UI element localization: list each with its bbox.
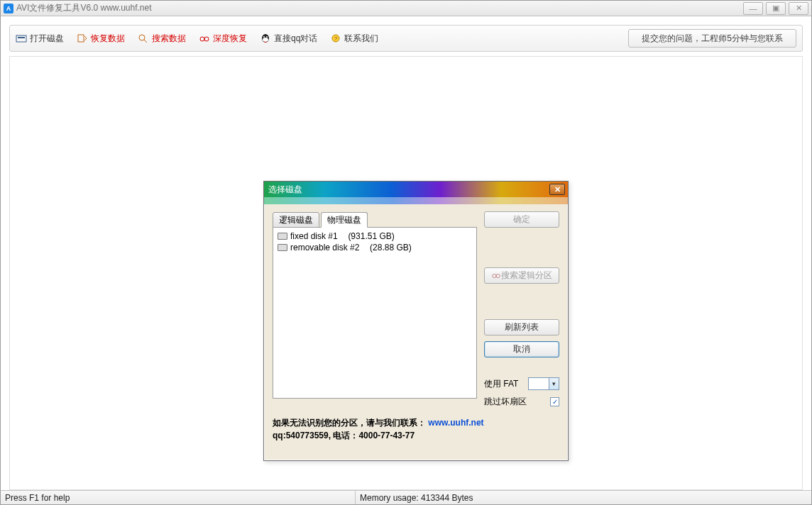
dialog-footer-text: 如果无法识别您的分区，请与我们联系： www.uuhf.net qq:54077… (273, 416, 559, 442)
submit-question-label: 提交您的问题，工程师5分钟与您联系 (642, 33, 783, 45)
dialog-decoration (264, 197, 568, 204)
status-bar: Press F1 for help Memory usage: 413344 B… (1, 490, 811, 504)
chevron-down-icon: ▾ (549, 378, 559, 389)
disk-size: (931.51 GB) (348, 231, 394, 241)
dialog-title: 选择磁盘 (268, 184, 302, 196)
hdd-icon (278, 233, 287, 240)
svg-point-9 (266, 36, 268, 38)
disk-size: (28.88 GB) (370, 243, 412, 252)
svg-point-7 (263, 38, 268, 42)
search-partition-label: 搜索逻辑分区 (501, 270, 552, 282)
disk-name: fixed disk #1 (290, 231, 338, 241)
use-fat-label: 使用 FAT (484, 378, 518, 390)
client-area: 选择磁盘 ✕ 逻辑磁盘 物理磁盘 (9, 56, 803, 490)
disk-list-item[interactable]: removable disk #2 (28.88 GB) (278, 242, 472, 253)
search-data-label: 搜索数据 (152, 33, 186, 45)
use-fat-select[interactable]: ▾ (528, 377, 559, 390)
qq-chat-button[interactable]: 直接qq对话 (260, 33, 317, 45)
search-partition-button[interactable]: 搜索逻辑分区 (484, 267, 559, 284)
footer-line1-a: 如果无法识别您的分区，请与我们联系： (273, 418, 426, 428)
svg-point-12 (493, 274, 496, 277)
svg-point-8 (263, 36, 265, 38)
svg-rect-2 (78, 35, 84, 42)
contact-us-label: 联系我们 (344, 33, 378, 45)
qq-icon (260, 33, 271, 43)
help-icon: ? (330, 33, 341, 43)
svg-rect-0 (16, 35, 26, 42)
refresh-button[interactable]: 刷新列表 (484, 319, 559, 335)
minimize-button[interactable]: — (743, 2, 763, 15)
recover-data-button[interactable]: 恢复数据 (77, 33, 125, 45)
refresh-label: 刷新列表 (505, 321, 539, 333)
footer-line2: qq:540773559, 电话：4000-77-43-77 (273, 431, 415, 440)
open-disk-label: 打开磁盘 (30, 33, 64, 45)
dialog-close-button[interactable]: ✕ (549, 184, 565, 195)
svg-text:?: ? (334, 35, 338, 42)
qq-chat-label: 直接qq对话 (274, 33, 317, 45)
maximize-button[interactable]: ▣ (766, 2, 786, 15)
submit-question-button[interactable]: 提交您的问题，工程师5分钟与您联系 (628, 29, 796, 48)
svg-point-5 (204, 37, 209, 41)
window-title: AVI文件修复工具V6.0 www.uuhf.net (16, 2, 152, 14)
status-right: Memory usage: 413344 Bytes (356, 491, 811, 504)
search-data-button[interactable]: 搜索数据 (138, 33, 186, 45)
svg-rect-1 (18, 37, 25, 38)
disk-icon (16, 33, 27, 43)
skip-bad-label: 跳过坏扇区 (484, 396, 527, 408)
close-button[interactable]: ✕ (789, 2, 808, 15)
status-left: Press F1 for help (1, 491, 356, 504)
disk-name: removable disk #2 (290, 243, 359, 252)
search-icon (138, 33, 149, 43)
disk-list-item[interactable]: fixed disk #1 (931.51 GB) (278, 231, 472, 242)
removable-icon (278, 244, 287, 251)
status-right-text: Memory usage: 413344 Bytes (360, 493, 473, 503)
recover-data-label: 恢复数据 (91, 33, 125, 45)
deep-recover-label: 深度恢复 (213, 33, 247, 45)
svg-point-4 (200, 37, 204, 41)
tab-physical-disk[interactable]: 物理磁盘 (321, 212, 368, 228)
open-disk-button[interactable]: 打开磁盘 (16, 33, 64, 45)
dialog-titlebar[interactable]: 选择磁盘 ✕ (264, 182, 568, 197)
svg-point-13 (496, 274, 500, 277)
skip-bad-checkbox[interactable]: ✓ (550, 397, 559, 406)
glasses-icon (491, 271, 501, 281)
recover-icon (77, 33, 88, 43)
main-toolbar: 打开磁盘 恢复数据 搜索数据 深度恢复 直接qq对话 (9, 25, 803, 52)
select-disk-dialog: 选择磁盘 ✕ 逻辑磁盘 物理磁盘 (263, 181, 569, 461)
ok-label: 确定 (513, 213, 530, 226)
glasses-icon (199, 33, 210, 43)
cancel-button[interactable]: 取消 (484, 341, 559, 357)
footer-link[interactable]: www.uuhf.net (428, 418, 483, 428)
app-icon: A (4, 4, 13, 13)
title-bar: A AVI文件修复工具V6.0 www.uuhf.net — ▣ ✕ (1, 1, 811, 16)
ok-button[interactable]: 确定 (484, 211, 559, 228)
status-left-text: Press F1 for help (5, 493, 70, 503)
svg-point-3 (139, 35, 145, 40)
tab-logical-disk[interactable]: 逻辑磁盘 (273, 212, 319, 228)
check-icon: ✓ (552, 398, 558, 406)
tab-logical-label: 逻辑磁盘 (279, 214, 313, 226)
tab-physical-label: 物理磁盘 (327, 214, 361, 226)
deep-recover-button[interactable]: 深度恢复 (199, 33, 247, 45)
disk-list[interactable]: fixed disk #1 (931.51 GB) removable disk… (273, 227, 477, 399)
contact-us-button[interactable]: ? 联系我们 (330, 33, 378, 45)
cancel-label: 取消 (513, 343, 530, 355)
